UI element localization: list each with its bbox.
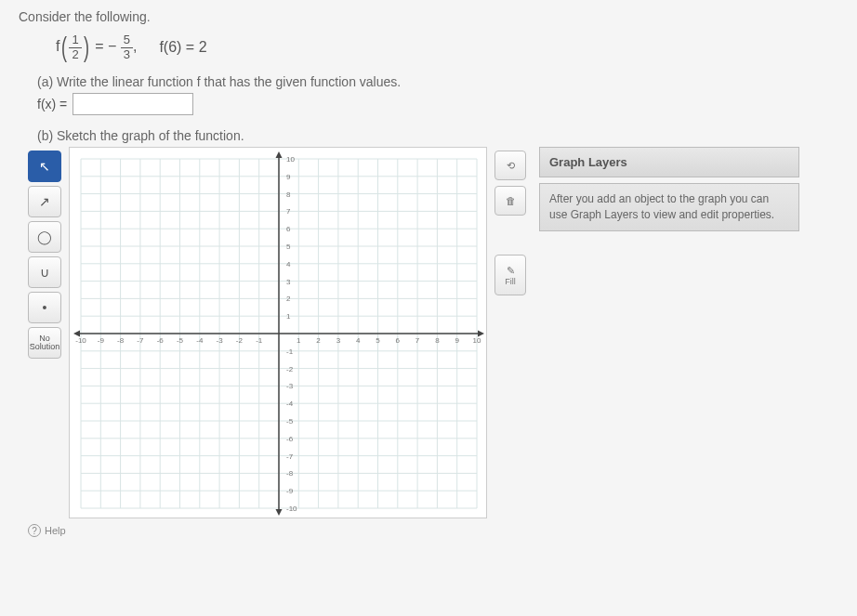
help-label: Help	[45, 525, 66, 536]
svg-text:-6: -6	[286, 435, 294, 443]
parabola-icon: ∪	[40, 265, 49, 280]
svg-text:10: 10	[473, 336, 481, 345]
svg-text:6: 6	[396, 336, 401, 345]
svg-text:-5: -5	[286, 417, 294, 426]
graph-area: ↖ ↗ ◯ ∪ • No Solution -10-9-8-7-6-5-4-3-…	[28, 147, 838, 518]
layers-title: Graph Layers	[539, 147, 799, 177]
fill-label: Fill	[505, 277, 516, 286]
comma: ,	[133, 38, 137, 54]
svg-marker-47	[276, 509, 283, 516]
trash-icon: 🗑	[506, 195, 516, 206]
svg-text:8: 8	[286, 190, 291, 199]
svg-marker-46	[276, 151, 283, 158]
tool-point[interactable]: •	[28, 292, 61, 323]
graph-side-tools: ⟲ 🗑 ✎ Fill	[494, 147, 526, 295]
tool-no-solution[interactable]: No Solution	[28, 327, 61, 359]
svg-text:-5: -5	[177, 336, 184, 345]
svg-text:2: 2	[316, 336, 321, 345]
svg-text:5: 5	[376, 336, 380, 345]
svg-text:-7: -7	[137, 336, 144, 345]
svg-text:-3: -3	[217, 336, 224, 345]
tool-pointer[interactable]: ↖	[28, 151, 61, 182]
f-label: f	[56, 38, 59, 54]
layers-description: After you add an object to the graph you…	[539, 183, 799, 231]
svg-text:7: 7	[286, 207, 291, 216]
delete-button[interactable]: 🗑	[494, 186, 526, 216]
svg-text:-9: -9	[286, 487, 294, 495]
tool-parabola[interactable]: ∪	[28, 256, 61, 288]
svg-text:-1: -1	[256, 336, 263, 345]
circle-icon: ◯	[37, 229, 52, 244]
undo-button[interactable]: ⟲	[494, 151, 526, 180]
val-num: 5	[121, 33, 133, 47]
equals-sign: =	[95, 38, 108, 54]
close-paren-icon: )	[84, 32, 89, 63]
arg-den: 2	[69, 48, 81, 61]
fx-row: f(x) =	[37, 93, 838, 115]
graph-toolbox: ↖ ↗ ◯ ∪ • No Solution	[28, 147, 61, 359]
svg-text:-8: -8	[286, 469, 294, 478]
neg-sign: −	[108, 38, 116, 54]
svg-text:-10: -10	[75, 336, 86, 345]
svg-text:-1: -1	[286, 347, 294, 356]
fx-label: f(x) =	[37, 97, 67, 111]
open-paren-icon: (	[61, 32, 67, 63]
svg-text:-2: -2	[286, 365, 294, 374]
graph-layers-panel: Graph Layers After you add an object to …	[539, 147, 799, 231]
pointer-icon: ↖	[39, 159, 50, 174]
svg-text:-4: -4	[286, 400, 294, 408]
svg-text:3: 3	[286, 278, 291, 286]
svg-text:4: 4	[356, 336, 361, 345]
svg-text:10: 10	[286, 155, 295, 164]
tool-circle[interactable]: ◯	[28, 221, 61, 253]
svg-text:3: 3	[336, 336, 341, 345]
help-link[interactable]: ? Help	[28, 524, 838, 537]
svg-text:5: 5	[286, 242, 291, 251]
fill-pencil-icon: ✎	[507, 265, 515, 277]
grid-svg: -10-9-8-7-6-5-4-3-2-112345678910-10-9-8-…	[70, 148, 487, 518]
svg-text:9: 9	[455, 336, 459, 345]
help-icon: ?	[28, 524, 41, 537]
eq2: f(6) = 2	[159, 39, 206, 56]
given-values: f(12) = − 53, f(6) = 2	[56, 32, 838, 63]
svg-text:-7: -7	[286, 452, 294, 461]
nosol-line2: Solution	[30, 343, 60, 351]
svg-text:8: 8	[435, 336, 440, 345]
fill-button[interactable]: ✎ Fill	[494, 255, 526, 295]
svg-text:9: 9	[286, 173, 291, 181]
svg-text:4: 4	[286, 260, 291, 269]
part-b-label: (b) Sketch the graph of the function.	[37, 128, 838, 143]
svg-text:-6: -6	[157, 336, 165, 345]
tool-line[interactable]: ↗	[28, 186, 61, 217]
val-fraction: 53	[121, 33, 133, 61]
intro-text: Consider the following.	[19, 9, 838, 24]
svg-text:-3: -3	[286, 382, 294, 390]
svg-text:6: 6	[286, 225, 291, 233]
svg-text:-2: -2	[236, 336, 244, 345]
eq1: f(12) = − 53,	[56, 32, 137, 63]
graph-canvas[interactable]: -10-9-8-7-6-5-4-3-2-112345678910-10-9-8-…	[69, 147, 487, 518]
svg-text:7: 7	[415, 336, 420, 345]
svg-text:-9: -9	[98, 336, 105, 345]
undo-icon: ⟲	[507, 160, 515, 172]
svg-text:-4: -4	[196, 336, 204, 345]
fx-input[interactable]	[73, 93, 193, 115]
line-icon: ↗	[39, 194, 50, 209]
svg-text:-10: -10	[286, 505, 297, 513]
point-icon: •	[43, 300, 47, 315]
svg-text:-8: -8	[117, 336, 125, 345]
part-a-label: (a) Write the linear function f that has…	[37, 74, 838, 89]
svg-text:1: 1	[286, 312, 291, 321]
svg-text:2: 2	[286, 295, 291, 303]
arg-fraction: 12	[69, 33, 81, 61]
arg-num: 1	[69, 33, 81, 47]
val-den: 3	[121, 48, 133, 61]
svg-text:1: 1	[297, 336, 301, 345]
